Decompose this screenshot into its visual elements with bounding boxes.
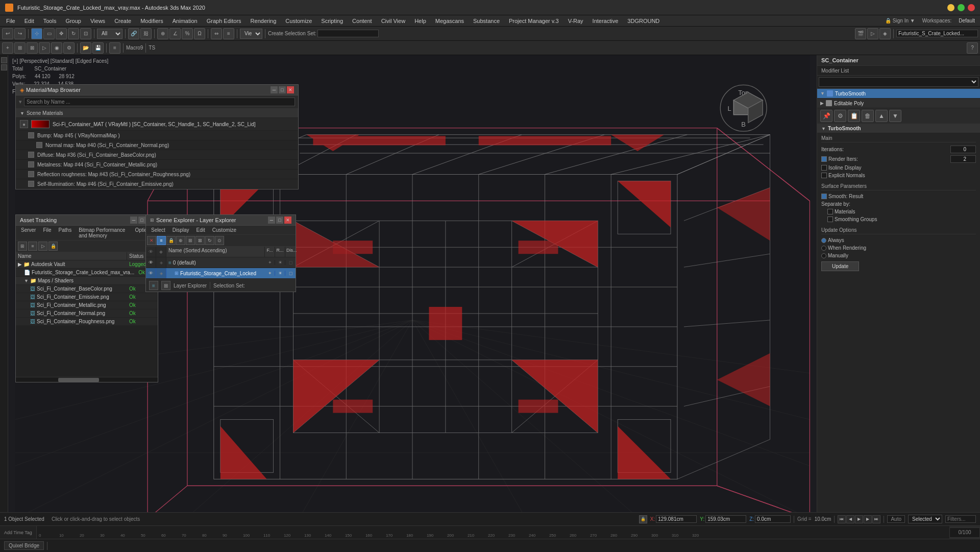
next-frame-btn[interactable]: ▶ xyxy=(864,515,872,523)
render-setup-button[interactable]: 🎬 xyxy=(855,28,866,39)
pin-icon[interactable]: 📌 xyxy=(820,110,832,122)
se-row-freeze-1[interactable]: ◈ xyxy=(156,257,166,268)
left-sidebar-btn-2[interactable] xyxy=(1,64,7,70)
down-icon[interactable]: ▼ xyxy=(889,110,901,122)
object-name-input[interactable] xyxy=(896,30,978,37)
mat-main-row[interactable]: ● Sci-Fi_Container_MAT ( VRayMtl ) [SC_C… xyxy=(16,118,298,131)
mat-map-emissive[interactable]: Self-Illumination: Map #46 (Sci_Fi_Conta… xyxy=(16,179,298,189)
menu-item-project-manager[interactable]: Project Manager v.3 xyxy=(505,17,563,25)
se-row-object[interactable]: 👁 ◈ ⊞ Futuristic_Storage_Crate_Locked ✦ … xyxy=(146,268,296,279)
menu-item-3dground[interactable]: 3DGROUND xyxy=(623,17,664,25)
selected-dropdown[interactable]: Selected xyxy=(908,515,942,523)
layer-manager-btn[interactable]: ≡ xyxy=(109,42,120,54)
scale-button[interactable]: ⊡ xyxy=(80,28,91,39)
frame-counter[interactable]: 0/100 xyxy=(949,527,980,538)
mat-map-metalness[interactable]: Metalness: Map #44 (Sci_Fi_Container_Met… xyxy=(16,160,298,170)
at-menu-paths[interactable]: Paths xyxy=(56,227,75,239)
at-menu-server[interactable]: Server xyxy=(18,227,39,239)
menu-item-megascans[interactable]: Megascans xyxy=(431,17,468,25)
y-input[interactable] xyxy=(705,515,746,523)
at-menu-file[interactable]: File xyxy=(40,227,54,239)
se-restore-button[interactable]: □ xyxy=(276,217,283,224)
mirror-button[interactable]: ⇔ xyxy=(211,28,222,39)
at-row-metallic[interactable]: 🖼 Sci_Fi_Container_Metallic.png Ok xyxy=(16,301,158,309)
mat-section-header[interactable]: ▼ Scene Materials xyxy=(16,109,298,118)
modify-panel-btn[interactable]: ⊞ xyxy=(14,42,26,54)
unlink-button[interactable]: ⛓ xyxy=(140,28,152,39)
se-row-freeze-2[interactable]: ◈ xyxy=(156,268,166,278)
filter-input[interactable] xyxy=(945,515,976,523)
mat-browser-minimize-button[interactable]: ─ xyxy=(271,86,278,93)
motion-panel-btn[interactable]: ▷ xyxy=(39,42,50,54)
at-scrollbar-thumb[interactable] xyxy=(58,378,99,382)
mat-map-bump[interactable]: Bump: Map #45 ( VRayNormalMap ) xyxy=(16,131,298,140)
utilities-panel-btn[interactable]: ⚙ xyxy=(63,42,75,54)
at-icon-btn-4[interactable]: 🔒 xyxy=(48,242,58,251)
always-radio[interactable] xyxy=(821,238,826,243)
mat-search-input[interactable] xyxy=(24,98,295,106)
se-minimize-button[interactable]: ─ xyxy=(268,217,275,224)
trash-icon[interactable]: 🗑 xyxy=(862,110,874,122)
sign-in-button[interactable]: 🔒 Sign In ▼ xyxy=(882,18,918,23)
link-button[interactable]: 🔗 xyxy=(128,28,139,39)
at-row-file[interactable]: 📄 Futuristic_Storage_Crate_Locked_max_vr… xyxy=(16,269,158,277)
menu-item-customize[interactable]: Customize xyxy=(281,17,316,25)
select-button[interactable]: ⊹ xyxy=(31,28,42,39)
se-tool-1[interactable]: ✕ xyxy=(147,236,156,245)
align-button[interactable]: ≡ xyxy=(223,28,234,39)
update-button[interactable]: Update xyxy=(821,261,859,271)
copy-icon[interactable]: 📋 xyxy=(848,110,860,122)
menu-item-scripting[interactable]: Scripting xyxy=(317,17,347,25)
render-iters-checkbox[interactable] xyxy=(821,156,827,162)
manually-radio[interactable] xyxy=(821,253,826,258)
play-btn[interactable]: ▶ xyxy=(855,515,863,523)
menu-item-civil-view[interactable]: Civil View xyxy=(377,17,409,25)
open-button[interactable]: 📂 xyxy=(80,42,91,54)
menu-item-tools[interactable]: Tools xyxy=(39,17,61,25)
se-menu-display[interactable]: Display xyxy=(169,227,192,233)
at-row-normal[interactable]: 🖼 Sci_Fi_Container_Normal.png Ok xyxy=(16,309,158,318)
se-tool-8[interactable]: ⊙ xyxy=(215,236,224,245)
x-input[interactable] xyxy=(656,515,697,523)
mat-browser-maximize-button[interactable]: □ xyxy=(279,86,286,93)
menu-item-modifiers[interactable]: Modifiers xyxy=(136,17,167,25)
hierarchy-panel-btn[interactable]: ⊠ xyxy=(27,42,38,54)
menu-item-help[interactable]: Help xyxy=(410,17,430,25)
isoline-checkbox[interactable] xyxy=(821,165,827,171)
close-button[interactable] xyxy=(968,4,975,11)
mat-map-normal[interactable]: Normal map: Map #40 (Sci_Fi_Container_No… xyxy=(16,140,298,150)
render-button[interactable]: ▷ xyxy=(867,28,878,39)
at-row-basecolor[interactable]: 🖼 Sci_Fi_Container_BaseColor.png Ok xyxy=(16,285,158,293)
redo-button[interactable]: ↪ xyxy=(14,28,26,39)
se-footer-icon-1[interactable]: ≡ xyxy=(149,281,158,290)
at-row-vault[interactable]: ▶ 📁 Autodesk Vault Logged xyxy=(16,260,158,269)
spinner-snap-button[interactable]: Ω xyxy=(194,28,205,39)
quixel-bridge-tab[interactable]: Quixel Bridge xyxy=(4,541,44,550)
smooth-result-checkbox[interactable] xyxy=(821,194,827,199)
iterations-input[interactable] xyxy=(950,146,976,153)
angle-snap-button[interactable]: ∠ xyxy=(169,28,181,39)
se-tool-6[interactable]: ⊠ xyxy=(195,236,205,245)
menu-item-group[interactable]: Group xyxy=(61,17,85,25)
menu-item-create[interactable]: Create xyxy=(110,17,135,25)
se-row-vis-1[interactable]: 👁 xyxy=(146,257,156,268)
skip-end-btn[interactable]: ⏭ xyxy=(872,515,880,523)
menu-item-file[interactable]: File xyxy=(2,17,19,25)
skip-start-btn[interactable]: ⏮ xyxy=(838,515,846,523)
se-tool-3[interactable]: 🔒 xyxy=(166,236,176,245)
at-menu-bitmap[interactable]: Bitmap Performance and Memory xyxy=(76,227,131,239)
up-icon[interactable]: ▲ xyxy=(875,110,888,122)
snap-toggle-button[interactable]: ⊕ xyxy=(157,28,168,39)
menu-item-animation[interactable]: Animation xyxy=(168,17,202,25)
when-rendering-radio[interactable] xyxy=(821,246,826,251)
left-sidebar-btn-1[interactable] xyxy=(1,57,7,63)
material-editor-button[interactable]: ◈ xyxy=(879,28,891,39)
at-row-roughness[interactable]: 🖼 Sci_Fi_Container_Roughness.png Ok xyxy=(16,318,158,326)
modifier-turbosmooth[interactable]: ▼ TurboSmooth xyxy=(817,89,980,99)
at-row-emissive[interactable]: 🖼 Sci_Fi_Container_Emissive.png Ok xyxy=(16,293,158,301)
se-footer-icon-2[interactable]: ⊞ xyxy=(161,281,170,290)
timeline-ruler[interactable]: 0 10 20 30 40 50 60 70 80 90 100 110 120… xyxy=(37,526,949,539)
modifier-dropdown[interactable] xyxy=(819,77,978,87)
create-panel-btn[interactable]: + xyxy=(2,42,13,54)
se-tool-2[interactable]: ≡ xyxy=(157,236,166,245)
